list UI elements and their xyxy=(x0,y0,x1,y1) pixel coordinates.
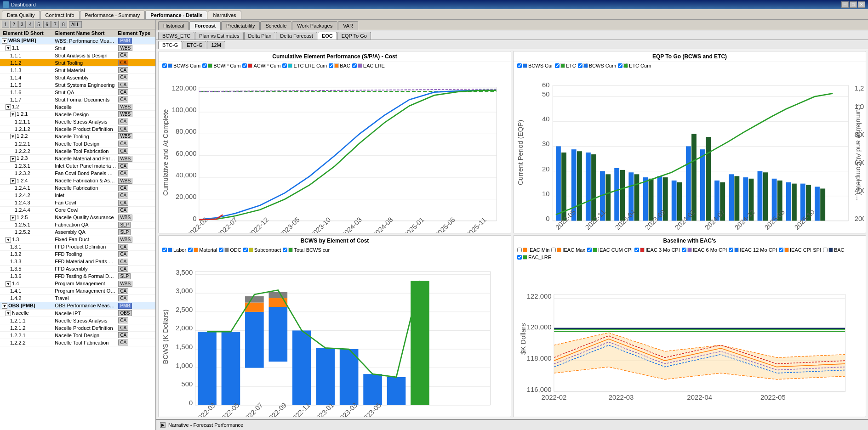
tab-work-packages[interactable]: Work Packages xyxy=(292,21,337,30)
tree-row[interactable]: ▼1.2.5 Nacelle Quality Assurance WBS xyxy=(0,214,155,221)
level-btn-1[interactable]: 1 xyxy=(2,21,9,28)
level-btn-all[interactable]: ALL xyxy=(69,21,82,28)
tree-row[interactable]: 1.1.1 Strut Analysis & Design CA xyxy=(0,52,155,59)
expand-icon[interactable]: ▼ xyxy=(10,215,16,221)
expand-icon[interactable]: ▼ xyxy=(10,178,16,184)
tree-row[interactable]: 1.3.1 FFD Product Definition CA xyxy=(0,243,155,251)
expand-icon[interactable]: ▼ xyxy=(6,311,11,316)
tree-row[interactable]: 1.2.5.2 Assembly QA SLP xyxy=(0,229,155,236)
legend-checkbox-ieac-cum-cpi[interactable] xyxy=(587,248,592,252)
tree-row[interactable]: 1.2.5.1 Fabrication QA SLP xyxy=(0,221,155,229)
tab-historical[interactable]: Historical xyxy=(158,21,189,30)
expand-icon[interactable]: ▼ xyxy=(2,38,7,44)
tab-schedule[interactable]: Schedule xyxy=(260,21,291,30)
tab-delta-forecast[interactable]: Delta Forecast xyxy=(276,32,317,40)
tab-eoc[interactable]: EOC xyxy=(318,32,337,40)
expand-icon[interactable]: ▼ xyxy=(6,281,11,287)
tree-row[interactable]: ▼1.2.4 Nacelle Fabrication & Asse... WBS xyxy=(0,177,155,185)
legend-checkbox-subcontract[interactable] xyxy=(243,248,248,252)
tab-plan-vs-estimates[interactable]: Plan vs Estimates xyxy=(195,32,243,40)
level-btn-5[interactable]: 5 xyxy=(35,21,42,28)
tree-row[interactable]: 1.2.1.2 Nacelle Product Definition CA xyxy=(0,324,155,332)
close-button[interactable]: ✕ xyxy=(858,1,865,8)
tab-var[interactable]: VAR xyxy=(338,21,358,30)
tree-row[interactable]: 1.2.4.1 Nacelle Fabrication CA xyxy=(0,185,155,192)
legend-checkbox-labor[interactable] xyxy=(162,248,167,252)
legend-checkbox-ieac-6mo[interactable] xyxy=(682,248,686,252)
legend-checkbox-ieac-max[interactable] xyxy=(551,248,556,252)
tree-row[interactable]: 1.1.5 Strut Systems Engineering CA xyxy=(0,81,155,89)
tree-row[interactable]: 1.2.2.2 Nacelle Tool Fabrication CA xyxy=(0,339,155,346)
tree-row[interactable]: 1.3.5 FFD Assembly CA xyxy=(0,266,155,273)
expand-icon[interactable]: ▼ xyxy=(6,45,11,51)
tree-row[interactable]: ▼1.4 Program Management WBS xyxy=(0,280,155,288)
legend-checkbox-ieac-3mo[interactable] xyxy=(634,248,639,252)
legend-checkbox-bcws-cum-eqp[interactable] xyxy=(578,63,582,68)
legend-checkbox-etc[interactable] xyxy=(555,63,560,68)
legend-checkbox-ieac-cpi-spi[interactable] xyxy=(779,248,783,252)
tree-row[interactable]: 1.4.1 Program Management Office CA xyxy=(0,288,155,295)
tab-delta-plan[interactable]: Delta Plan xyxy=(244,32,276,40)
legend-checkbox-bcwp-cum[interactable] xyxy=(202,63,207,68)
level-btn-2[interactable]: 2 xyxy=(10,21,17,28)
level-btn-4[interactable]: 4 xyxy=(27,21,34,28)
legend-checkbox-ieac-12mo[interactable] xyxy=(729,248,733,252)
tab-btc-g[interactable]: BTC-G xyxy=(158,41,182,49)
tree-row[interactable]: 1.2.1.1 Nacelle Stress Analysis CA xyxy=(0,118,155,125)
legend-checkbox-etc-cum[interactable] xyxy=(618,63,622,68)
tab-forecast[interactable]: Forecast xyxy=(189,21,221,30)
tab-data-quality[interactable]: Data Quality xyxy=(2,11,40,19)
expand-icon[interactable]: ▼ xyxy=(6,104,11,110)
legend-checkbox-acwp-cum[interactable] xyxy=(242,63,247,68)
level-btn-3[interactable]: 3 xyxy=(18,21,26,28)
tree-row[interactable]: 1.2.4.3 Fan Cowl CA xyxy=(0,199,155,207)
legend-checkbox-bcws-cum[interactable] xyxy=(162,63,167,68)
expand-icon[interactable]: ▼ xyxy=(2,303,7,309)
tree-row[interactable]: 1.2.1.2 Nacelle Product Definition CA xyxy=(0,125,155,133)
tree-row[interactable]: 1.3.6 FFD Testing & Formal Docu... SLP xyxy=(0,273,155,280)
narrative-expand-button[interactable]: ▶ xyxy=(160,422,166,428)
tab-etc-g[interactable]: ETC-G xyxy=(183,41,206,49)
level-btn-7[interactable]: 7 xyxy=(51,21,59,28)
tab-contract-info[interactable]: Contract Info xyxy=(40,11,80,19)
tab-bcws-etc[interactable]: BCWS_ETC xyxy=(158,32,194,40)
tree-row[interactable]: ▼1.2 Nacelle WBS xyxy=(0,103,155,111)
legend-checkbox-eac-lre-baseline[interactable] xyxy=(517,255,522,260)
tree-row[interactable]: 1.3.3 FFD Material and Parts Proc... CA xyxy=(0,258,155,266)
tree-row[interactable]: 1.2.2.1 Nacelle Tool Design CA xyxy=(0,332,155,339)
legend-checkbox-total-bcws[interactable] xyxy=(283,248,287,252)
legend-checkbox-bac-baseline[interactable] xyxy=(823,248,828,252)
tree-row[interactable]: ▼Nacelle Nacelle IPT OBS xyxy=(0,310,155,317)
expand-icon[interactable]: ▼ xyxy=(10,112,16,117)
tree-row[interactable]: 1.1.3 Strut Material CA xyxy=(0,67,155,74)
tree-row[interactable]: 1.2.4.4 Core Cowl CA xyxy=(0,207,155,214)
tree-row[interactable]: ▼1.2.2 Nacelle Tooling WBS xyxy=(0,133,155,140)
tab-predictability[interactable]: Predictability xyxy=(221,21,260,30)
legend-checkbox-ieac-min[interactable] xyxy=(517,248,522,252)
tree-row[interactable]: 1.2.2.2 Nacelle Tool Fabrication CA xyxy=(0,147,155,155)
tree-row[interactable]: ▼OBS [PMB] OBS Performance Measure... PM… xyxy=(0,302,155,310)
legend-checkbox-material[interactable] xyxy=(188,248,193,252)
tree-row[interactable]: 1.4.2 Travel CA xyxy=(0,295,155,302)
tab-performance-details[interactable]: Performance - Details xyxy=(145,11,207,19)
tree-row[interactable]: 1.2.1.1 Nacelle Stress Analysis CA xyxy=(0,317,155,324)
tree-row[interactable]: ▼1.2.3 Nacelle Material and Parts P... W… xyxy=(0,155,155,162)
legend-checkbox-eac-lre[interactable] xyxy=(352,63,357,68)
tree-row[interactable]: 1.3.2 FFD Tooling CA xyxy=(0,251,155,258)
legend-checkbox-etc-lre-cum[interactable] xyxy=(282,63,287,68)
tab-performance-summary[interactable]: Performance - Summary xyxy=(80,11,145,19)
tab-12m[interactable]: 12M xyxy=(207,41,225,49)
legend-checkbox-odc[interactable] xyxy=(219,248,223,252)
tree-row[interactable]: ▼1.2.1 Nacelle Design WBS xyxy=(0,111,155,118)
tree-row[interactable]: ▼WBS [PMB] WBS: Performance Measu... PMB xyxy=(0,37,155,45)
tree-row[interactable]: 1.1.6 Strut QA CA xyxy=(0,89,155,96)
tab-narratives[interactable]: Narratives xyxy=(208,11,241,19)
level-btn-8[interactable]: 8 xyxy=(60,21,67,28)
tree-row[interactable]: 1.1.4 Strut Assembly CA xyxy=(0,74,155,81)
expand-icon[interactable]: ▼ xyxy=(10,156,16,162)
tab-eqp-to-go[interactable]: EQP To Go xyxy=(337,32,371,40)
tree-row[interactable]: 1.2.2.1 Nacelle Tool Design CA xyxy=(0,140,155,147)
level-btn-6[interactable]: 6 xyxy=(43,21,51,28)
expand-icon[interactable]: ▼ xyxy=(6,237,11,243)
tree-row[interactable]: 1.2.3.2 Fan Cowl Bond Panels mate... CA xyxy=(0,170,155,177)
